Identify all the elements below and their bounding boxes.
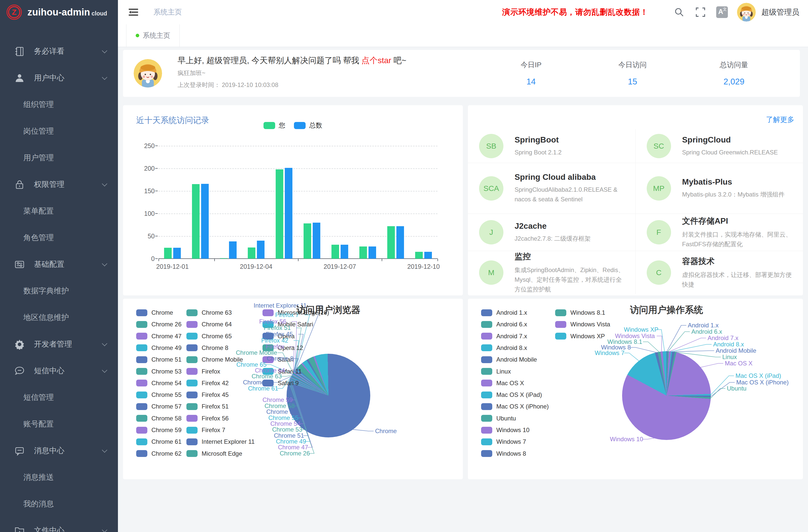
pie-label-Chrome 61: Chrome 61 bbox=[248, 385, 278, 392]
legend-item-Android 1.x[interactable]: Android 1.x bbox=[481, 309, 527, 316]
legend-item-Firefox 51[interactable]: Firefox 51 bbox=[186, 403, 229, 410]
legend-item-总数[interactable]: 总数 bbox=[294, 121, 322, 130]
bar-总数-2019-12-09 bbox=[397, 226, 404, 259]
legend-item-Mac OS X (iPad)[interactable]: Mac OS X (iPad) bbox=[481, 391, 542, 398]
legend-item-Microsoft Edge[interactable]: Microsoft Edge bbox=[186, 450, 242, 457]
tech-text: 容器技术虚拟化容器技术，让迁移、部署更加方便快捷 bbox=[682, 256, 794, 289]
x-axis-label: 2019-12-01 bbox=[145, 263, 200, 270]
legend-item-Chrome 59[interactable]: Chrome 59 bbox=[136, 426, 182, 434]
sidebar-item-消息推送[interactable]: 消息推送 bbox=[0, 464, 118, 491]
legend-item-Chrome 8[interactable]: Chrome 8 bbox=[186, 344, 228, 351]
legend-label: Chrome 58 bbox=[151, 415, 182, 422]
collapse-menu-icon[interactable] bbox=[128, 6, 139, 18]
legend-item-Chrome Mobile[interactable]: Chrome Mobile bbox=[186, 356, 243, 363]
legend-item-Chrome 47[interactable]: Chrome 47 bbox=[136, 333, 182, 340]
sidebar-item-务必详看[interactable]: 务必详看 bbox=[0, 38, 118, 65]
user-icon bbox=[14, 73, 25, 84]
legend-item-Android 7.x[interactable]: Android 7.x bbox=[481, 333, 527, 340]
tech-card-Spring Cloud alibaba[interactable]: SCASpring Cloud alibabaSpringCloudAlibab… bbox=[468, 163, 636, 214]
sidebar-item-文件中心[interactable]: 文件中心 bbox=[0, 517, 118, 532]
legend-item-Mac OS X[interactable]: Mac OS X bbox=[481, 380, 524, 387]
pie-label-Android 8.x: Android 8.x bbox=[713, 341, 744, 348]
legend-item-Android 6.x[interactable]: Android 6.x bbox=[481, 321, 527, 328]
legend-item-Windows 10[interactable]: Windows 10 bbox=[481, 426, 530, 434]
sidebar-item-开发者管理[interactable]: 开发者管理 bbox=[0, 331, 118, 357]
star-link[interactable]: 点个star bbox=[362, 56, 391, 65]
sidebar-item-短信管理[interactable]: 短信管理 bbox=[0, 384, 118, 411]
avatar[interactable] bbox=[737, 3, 756, 21]
sidebar-item-组织管理[interactable]: 组织管理 bbox=[0, 91, 118, 118]
legend-item-Chrome 58[interactable]: Chrome 58 bbox=[136, 415, 182, 422]
sidebar-item-消息中心[interactable]: 消息中心 bbox=[0, 437, 118, 464]
legend-item-Chrome 53[interactable]: Chrome 53 bbox=[136, 368, 182, 375]
legend-item-Firefox 7[interactable]: Firefox 7 bbox=[186, 426, 225, 434]
tech-card-J2cache[interactable]: JJ2cacheJ2cache2.7.8: 二级缓存框架 bbox=[468, 214, 636, 251]
pie-label-Windows 7: Windows 7 bbox=[595, 349, 624, 356]
legend-item-Mac OS X (iPhone)[interactable]: Mac OS X (iPhone) bbox=[481, 403, 549, 410]
legend-item-Chrome 62[interactable]: Chrome 62 bbox=[136, 450, 182, 457]
legend-item-Chrome 65[interactable]: Chrome 65 bbox=[186, 333, 232, 340]
app-logo[interactable]: Z zuihou-admincloud bbox=[0, 0, 118, 24]
legend-item-您[interactable]: 您 bbox=[263, 121, 285, 130]
chevron-down-icon bbox=[102, 341, 107, 346]
tab-home[interactable]: 系统主页 bbox=[126, 24, 180, 47]
legend-item-Chrome 63[interactable]: Chrome 63 bbox=[186, 309, 232, 316]
legend-item-Chrome 64[interactable]: Chrome 64 bbox=[186, 321, 232, 328]
bar-总数-2019-12-04 bbox=[257, 241, 264, 259]
fullscreen-icon[interactable] bbox=[695, 6, 706, 18]
legend-item-Ubuntu[interactable]: Ubuntu bbox=[481, 415, 516, 422]
legend-item-Windows XP[interactable]: Windows XP bbox=[555, 333, 605, 340]
legend-item-Chrome 57[interactable]: Chrome 57 bbox=[136, 403, 182, 410]
sidebar-item-数据字典维护[interactable]: 数据字典维护 bbox=[0, 278, 118, 304]
legend-item-Chrome 54[interactable]: Chrome 54 bbox=[136, 380, 182, 387]
legend-item-Internet Explorer 11[interactable]: Internet Explorer 11 bbox=[186, 438, 255, 445]
legend-item-Firefox[interactable]: Firefox bbox=[186, 368, 220, 375]
logo-icon: Z bbox=[6, 4, 22, 20]
sidebar-item-账号配置[interactable]: 账号配置 bbox=[0, 411, 118, 437]
legend-item-Windows 8[interactable]: Windows 8 bbox=[481, 450, 526, 457]
stat-label: 今日IP bbox=[480, 60, 582, 70]
legend-item-Linux[interactable]: Linux bbox=[481, 368, 511, 375]
sidebar-item-角色管理[interactable]: 角色管理 bbox=[0, 224, 118, 251]
legend-item-Chrome[interactable]: Chrome bbox=[136, 309, 173, 316]
tech-desc: 封装文件接口，实现本地存储、阿里云、FastDFS存储的配置化 bbox=[682, 230, 794, 249]
legend-item-Android 8.x[interactable]: Android 8.x bbox=[481, 344, 527, 351]
tech-card-SpringCloud[interactable]: SCSpringCloudSpring Cloud Greenwich.RELE… bbox=[636, 129, 803, 163]
legend-item-Windows Vista[interactable]: Windows Vista bbox=[555, 321, 610, 328]
legend-swatch bbox=[136, 368, 147, 375]
legend-item-Windows 7[interactable]: Windows 7 bbox=[481, 438, 526, 445]
sidebar-item-地区信息维护[interactable]: 地区信息维护 bbox=[0, 304, 118, 331]
legend-item-Windows 8.1[interactable]: Windows 8.1 bbox=[555, 309, 605, 316]
learn-more-link[interactable]: 了解更多 bbox=[766, 115, 794, 125]
sidebar-item-短信中心[interactable]: 短信中心 bbox=[0, 357, 118, 384]
breadcrumb[interactable]: 系统主页 bbox=[153, 7, 182, 17]
legend-swatch bbox=[262, 309, 274, 316]
search-icon[interactable] bbox=[674, 6, 685, 18]
tech-card-Mybatis-Plus[interactable]: MPMybatis-PlusMybatis-plus 3.2.0：Mybatis… bbox=[636, 163, 803, 214]
tech-card-容器技术[interactable]: C容器技术虚拟化容器技术，让迁移、部署更加方便快捷 bbox=[636, 251, 803, 294]
sidebar-item-用户中心[interactable]: 用户中心 bbox=[0, 65, 118, 91]
sidebar-item-权限管理[interactable]: 权限管理 bbox=[0, 171, 118, 198]
sidebar-item-岗位管理[interactable]: 岗位管理 bbox=[0, 118, 118, 145]
legend-item-Firefox 42[interactable]: Firefox 42 bbox=[186, 380, 229, 387]
legend-item-Chrome 51[interactable]: Chrome 51 bbox=[136, 356, 182, 363]
bar-总数-2019-12-06 bbox=[313, 223, 320, 259]
legend-item-Chrome 61[interactable]: Chrome 61 bbox=[136, 438, 182, 445]
tech-card-监控[interactable]: M监控集成SpringBootAdmin、Zipkin、Redis、Mysql、… bbox=[468, 251, 636, 294]
y-tick-mark bbox=[155, 146, 158, 146]
sidebar-item-菜单配置[interactable]: 菜单配置 bbox=[0, 198, 118, 224]
legend-item-Firefox 45[interactable]: Firefox 45 bbox=[186, 391, 229, 398]
tech-card-SpringBoot[interactable]: SBSpringBootSpring Boot 2.1.2 bbox=[468, 129, 636, 163]
legend-item-Chrome 49[interactable]: Chrome 49 bbox=[136, 344, 182, 351]
message-icon bbox=[14, 445, 25, 456]
legend-item-Firefox 56[interactable]: Firefox 56 bbox=[186, 415, 229, 422]
legend-item-Chrome 26[interactable]: Chrome 26 bbox=[136, 321, 182, 328]
legend-item-Android Mobile[interactable]: Android Mobile bbox=[481, 356, 537, 363]
username[interactable]: 超级管理员 bbox=[761, 7, 800, 18]
sidebar-item-用户管理[interactable]: 用户管理 bbox=[0, 145, 118, 171]
tech-card-文件存储API[interactable]: F文件存储API封装文件接口，实现本地存储、阿里云、FastDFS存储的配置化 bbox=[636, 214, 803, 251]
language-icon[interactable]: A文 bbox=[716, 6, 728, 18]
sidebar-item-我的消息[interactable]: 我的消息 bbox=[0, 491, 118, 517]
sidebar-item-基础配置[interactable]: 基础配置 bbox=[0, 251, 118, 278]
legend-item-Chrome 55[interactable]: Chrome 55 bbox=[136, 391, 182, 398]
